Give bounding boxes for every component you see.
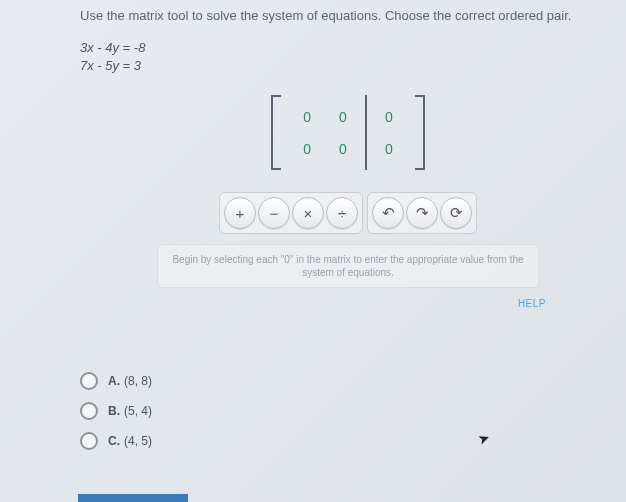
bracket-left	[271, 95, 281, 170]
matrix-cell-r1c1[interactable]: 0	[303, 110, 311, 124]
matrix-cell-r1c2[interactable]: 0	[339, 110, 347, 124]
plus-button[interactable]: +	[224, 197, 256, 229]
answer-choices: A.(8, 8) B.(5, 4) C.(4, 5)	[0, 364, 626, 450]
progress-indicator	[78, 494, 188, 502]
answer-c-value: (4, 5)	[124, 434, 152, 448]
augmented-matrix: 0 0 0 0 0 0	[271, 95, 424, 170]
divide-button[interactable]: ÷	[326, 197, 358, 229]
equation-2: 7x - 5y = 3	[80, 57, 616, 75]
matrix-divider	[365, 95, 367, 170]
matrix-cell-r1c3[interactable]: 0	[385, 110, 393, 124]
answer-a-value: (8, 8)	[124, 374, 152, 388]
matrix-cell-r2c3[interactable]: 0	[385, 142, 393, 156]
answer-c-label: C.	[108, 434, 120, 448]
answer-c[interactable]: C.(4, 5)	[80, 432, 616, 450]
answer-a[interactable]: A.(8, 8)	[80, 372, 616, 390]
radio-a[interactable]	[80, 372, 98, 390]
radio-b[interactable]	[80, 402, 98, 420]
times-button[interactable]: ×	[292, 197, 324, 229]
reset-button[interactable]: ⟳	[440, 197, 472, 229]
help-link[interactable]: HELP	[0, 298, 546, 309]
bracket-right	[415, 95, 425, 170]
undo-button[interactable]: ↶	[372, 197, 404, 229]
history-group: ↶ ↷ ⟳	[367, 192, 477, 234]
answer-b[interactable]: B.(5, 4)	[80, 402, 616, 420]
answer-b-label: B.	[108, 404, 120, 418]
minus-button[interactable]: −	[258, 197, 290, 229]
matrix-cell-r2c1[interactable]: 0	[303, 142, 311, 156]
matrix-toolbar: + − × ÷ ↶ ↷ ⟳	[178, 192, 518, 234]
answer-a-label: A.	[108, 374, 120, 388]
radio-c[interactable]	[80, 432, 98, 450]
answer-b-value: (5, 4)	[124, 404, 152, 418]
equation-1: 3x - 4y = -8	[80, 39, 616, 57]
op-group: + − × ÷	[219, 192, 363, 234]
hint-box: Begin by selecting each "0" in the matri…	[157, 244, 539, 288]
system-equations: 3x - 4y = -8 7x - 5y = 3	[80, 39, 616, 75]
question-instruction: Use the matrix tool to solve the system …	[80, 8, 616, 25]
matrix-cell-r2c2[interactable]: 0	[339, 142, 347, 156]
redo-button[interactable]: ↷	[406, 197, 438, 229]
